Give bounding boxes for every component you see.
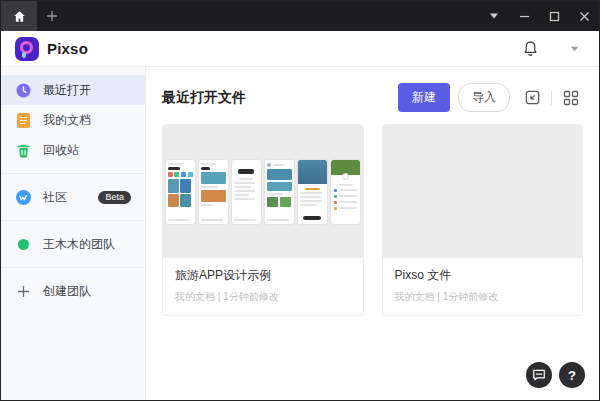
main-content: 最近打开文件 新建 导入 [146, 67, 599, 400]
clock-icon [15, 82, 31, 98]
titlebar [1, 1, 599, 31]
floating-buttons: ? [526, 362, 585, 388]
app-header: Pixso [1, 31, 599, 67]
file-thumbnail [163, 125, 363, 258]
file-card-travel-app[interactable]: 旅游APP设计示例 我的文档 | 1分钟前修改 [162, 124, 364, 316]
sidebar-item-community[interactable]: 社区 Beta [1, 182, 145, 212]
question-mark-icon: ? [568, 368, 576, 383]
file-meta: 我的文档 | 1分钟前修改 [175, 290, 351, 304]
sidebar-item-recent[interactable]: 最近打开 [1, 75, 145, 105]
content-header: 最近打开文件 新建 导入 [162, 83, 583, 112]
file-card-label: 旅游APP设计示例 我的文档 | 1分钟前修改 [163, 258, 363, 315]
maximize-icon [549, 11, 560, 22]
pixso-app-window: Pixso 最近打开 我的文档 [0, 0, 600, 401]
maximize-button[interactable] [539, 1, 569, 31]
caret-down-icon [570, 46, 579, 52]
sidebar-item-label: 我的文档 [43, 112, 131, 129]
pixso-logo-icon[interactable] [15, 37, 39, 61]
plus-icon [15, 283, 31, 299]
sidebar-item-create-team[interactable]: 创建团队 [1, 276, 145, 306]
sidebar-item-my-documents[interactable]: 我的文档 [1, 105, 145, 135]
file-thumbnail [383, 125, 583, 258]
beta-badge: Beta [98, 191, 131, 204]
file-card-pixso-file[interactable]: Pixso 文件 我的文档 | 1分钟前修改 [382, 124, 584, 316]
community-icon [15, 189, 31, 205]
file-card-grid: 旅游APP设计示例 我的文档 | 1分钟前修改 Pixso 文件 我的文档 | … [162, 124, 583, 316]
file-card-label: Pixso 文件 我的文档 | 1分钟前修改 [383, 258, 583, 315]
toolbar-separator [551, 91, 552, 105]
sidebar-item-team[interactable]: 王木木的团队 [1, 229, 145, 259]
grid-view-icon[interactable] [559, 86, 583, 110]
file-meta: 我的文档 | 1分钟前修改 [395, 290, 571, 304]
sidebar-item-label: 王木木的团队 [43, 236, 131, 253]
sidebar-item-label: 社区 [43, 189, 98, 206]
file-title: 旅游APP设计示例 [175, 267, 351, 284]
sidebar-item-label: 创建团队 [43, 283, 131, 300]
home-tab[interactable] [1, 1, 37, 31]
feedback-button[interactable] [526, 362, 552, 388]
close-button[interactable] [569, 1, 599, 31]
plus-icon [46, 10, 58, 22]
minimize-button[interactable] [509, 1, 539, 31]
import-file-icon[interactable] [520, 86, 544, 110]
page-title: 最近打开文件 [162, 89, 246, 107]
document-icon [15, 112, 31, 128]
new-file-button[interactable]: 新建 [398, 83, 450, 112]
new-tab-button[interactable] [37, 1, 67, 31]
menu-dropdown-button[interactable] [479, 1, 509, 31]
trash-icon [15, 142, 31, 158]
dropdown-triangle-icon [489, 12, 499, 20]
bell-icon [522, 40, 539, 57]
help-button[interactable]: ? [559, 362, 585, 388]
sidebar-item-label: 回收站 [43, 142, 131, 159]
notification-bell-button[interactable] [516, 35, 544, 63]
import-button[interactable]: 导入 [458, 83, 510, 112]
file-title: Pixso 文件 [395, 267, 571, 284]
close-icon [579, 11, 590, 22]
sidebar-divider [1, 267, 145, 268]
account-menu-button[interactable] [570, 44, 579, 54]
chat-bubble-icon [532, 368, 546, 382]
sidebar-item-label: 最近打开 [43, 82, 131, 99]
home-icon [13, 10, 26, 23]
team-dot-icon [15, 236, 31, 252]
app-name: Pixso [47, 40, 88, 57]
sidebar-divider [1, 173, 145, 174]
sidebar-item-trash[interactable]: 回收站 [1, 135, 145, 165]
sidebar: 最近打开 我的文档 回收站 社区 Beta [1, 67, 146, 400]
minimize-icon [519, 11, 530, 22]
sidebar-divider [1, 220, 145, 221]
